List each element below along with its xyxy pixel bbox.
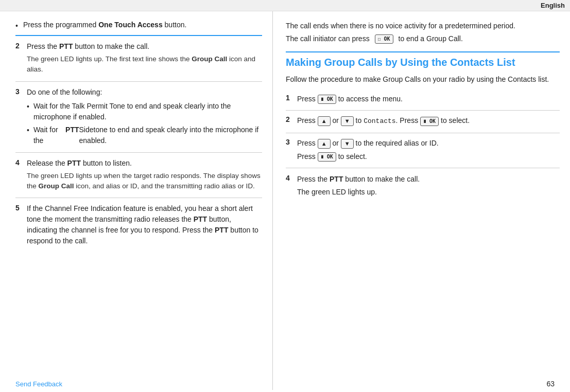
step-5-row: 5 If the Channel Free Indication feature…: [15, 203, 262, 246]
step-5-content: If the Channel Free Indication feature i…: [27, 203, 262, 246]
right-step-4-main: Press the PTT button to make the call.: [297, 173, 560, 185]
right-step-4-note: The green LED lights up.: [297, 186, 560, 198]
down-arrow-s2: ▼: [341, 116, 354, 126]
footer: Send Feedback 63: [0, 378, 570, 392]
right-step-1-row: 1 Press ∎ OK to access the menu.: [286, 89, 560, 111]
step-2-main: Press the PTT button to make the call.: [27, 41, 262, 52]
section-intro: Follow the procedure to make Group Calls…: [286, 74, 560, 85]
step-4-row: 4 Release the PTT button to listen. The …: [15, 153, 262, 199]
section-heading: Making Group Calls by Using the Contacts…: [286, 56, 560, 69]
up-arrow-s3: ▲: [318, 139, 331, 149]
step-5-block: 5 If the Channel Free Indication feature…: [15, 198, 262, 246]
ok-icon-note: ☐ OK: [375, 34, 393, 44]
intro-text: Press the programmed One Touch Access bu…: [23, 21, 186, 29]
ok-btn-s3: ∎ OK: [318, 152, 336, 162]
step-3-num: 3: [15, 87, 27, 96]
down-arrow-s3: ▼: [341, 139, 354, 149]
step-2-num: 2: [15, 42, 27, 50]
right-step-1-content: Press ∎ OK to access the menu.: [297, 93, 560, 106]
step-3-main: Do one of the following:: [27, 87, 262, 98]
send-feedback-link[interactable]: Send Feedback: [15, 380, 62, 388]
right-step-3-content: Press ▲ or ▼ to the required alias or ID…: [297, 137, 560, 164]
right-note-1: The call ends when there is no voice act…: [286, 21, 560, 31]
language-label: English: [541, 2, 565, 9]
ok-btn-s1: ∎ OK: [318, 95, 336, 104]
right-step-4-content: Press the PTT button to make the call. T…: [297, 173, 560, 200]
left-column: Press the programmed One Touch Access bu…: [0, 11, 273, 390]
right-note-2: The call initiator can press ☐ OK to end…: [286, 33, 560, 44]
right-column: The call ends when there is no voice act…: [273, 11, 570, 390]
ok-btn-s2: ∎ OK: [420, 117, 439, 126]
right-step-3-line1: Press ▲ or ▼ to the required alias or ID…: [297, 137, 560, 149]
step-3-row: 3 Do one of the following: Wait for the …: [15, 82, 262, 153]
right-step-4-row: 4 Press the PTT button to make the call.…: [286, 168, 560, 200]
step-2-content: Press the PTT button to make the call. T…: [27, 41, 262, 77]
up-arrow-s2: ▲: [318, 116, 331, 126]
step-3-bullet-2: Wait for the PTT Sidetone to end and spe…: [27, 124, 262, 146]
right-step-2-num: 2: [286, 115, 297, 123]
right-step-3-num: 3: [286, 138, 297, 146]
right-step-2-text: Press ▲ or ▼ to Contacts. Press ∎ OK to …: [297, 115, 560, 127]
step-5-num: 5: [15, 204, 27, 212]
step-3-content: Do one of the following: Wait for the Ta…: [27, 87, 262, 148]
intro-bullet-item: Press the programmed One Touch Access bu…: [15, 21, 262, 36]
right-step-2-content: Press ▲ or ▼ to Contacts. Press ∎ OK to …: [297, 115, 560, 129]
right-step-4-num: 4: [286, 174, 297, 182]
step-2-note: The green LED lights up. The first text …: [27, 54, 262, 75]
page-number: 63: [546, 380, 555, 388]
step-4-main: Release the PTT button to listen.: [27, 158, 262, 169]
right-top-notes: The call ends when there is no voice act…: [286, 21, 560, 52]
send-feedback-text: Send Feedback: [15, 380, 62, 388]
step-3-bullet-1: Wait for the Talk Permit Tone to end and…: [27, 101, 262, 122]
right-step-3-row: 3 Press ▲ or ▼ to the required alias or …: [286, 133, 560, 168]
step-4-num: 4: [15, 158, 27, 167]
step-3-bullets: Wait for the Talk Permit Tone to end and…: [27, 101, 262, 146]
right-step-3-line2: Press ∎ OK to select.: [297, 151, 560, 162]
step-2-row: 2 Press the PTT button to make the call.…: [15, 36, 262, 82]
step-4-note: The green LED lights up when the target …: [27, 171, 262, 192]
top-bar: English: [0, 0, 570, 11]
step-4-content: Release the PTT button to listen. The gr…: [27, 158, 262, 194]
right-step-2-row: 2 Press ▲ or ▼ to Contacts. Press ∎ OK t…: [286, 111, 560, 133]
right-step-1-text: Press ∎ OK to access the menu.: [297, 93, 560, 104]
right-step-1-num: 1: [286, 94, 297, 102]
